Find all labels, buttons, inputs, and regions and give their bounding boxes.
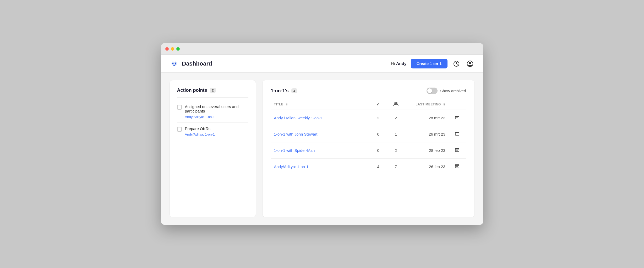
row-title-cell: Andy / Milan: weekly 1-on-1 [271, 110, 370, 126]
action-points-badge: 2 [210, 88, 216, 93]
row-checks: 2 [369, 110, 387, 126]
svg-point-4 [454, 62, 455, 62]
row-title-link[interactable]: 1-on-1 with John Stewart [274, 132, 318, 136]
user-avatar-icon [467, 61, 473, 67]
user-name: Andy [396, 61, 407, 66]
titlebar [161, 43, 483, 55]
row-last-meeting: 28 mrt 23 [405, 110, 448, 126]
action-item-link-2[interactable]: Andy/Aditya: 1-on-1 [185, 132, 215, 136]
col-last-meeting-label: LAST MEETING [416, 103, 441, 106]
table-row: Andy / Milan: weekly 1-on-1 2 2 28 mrt 2… [271, 110, 466, 126]
row-checks: 0 [369, 142, 387, 159]
one-on-ones-tbody: Andy / Milan: weekly 1-on-1 2 2 28 mrt 2… [271, 110, 466, 175]
row-title-link[interactable]: Andy / Milan: weekly 1-on-1 [274, 116, 322, 120]
show-archived-label: Show archived [440, 89, 466, 93]
app-window: Dashboard Hi Andy Create 1-on-1 [161, 43, 483, 225]
action-item-link-1[interactable]: Andy/Aditya: 1-on-1 [185, 115, 248, 119]
user-icon-button[interactable] [465, 59, 475, 68]
archive-icon[interactable] [455, 132, 460, 137]
action-item-text-1: Assigned on several users and participan… [185, 104, 248, 113]
svg-point-2 [175, 62, 176, 64]
row-title-link[interactable]: Andy/Aditya: 1-on-1 [274, 164, 309, 169]
one-on-ones-table: TITLE ⇅ ✓ [271, 99, 466, 175]
row-archive-cell [449, 142, 466, 159]
app-title: Dashboard [182, 60, 212, 67]
svg-point-11 [396, 102, 397, 104]
one-on-ones-header: 1-on-1's 4 Show archived [271, 88, 466, 94]
title-sort-icon: ⇅ [286, 103, 288, 106]
svg-point-6 [454, 65, 455, 66]
action-checkbox-2[interactable] [177, 127, 182, 132]
row-title-cell: 1-on-1 with Spider-Man [271, 142, 370, 159]
action-checkbox-1[interactable] [177, 105, 182, 110]
table-row: Andy/Aditya: 1-on-1 4 7 26 feb 23 [271, 159, 466, 175]
show-archived-control: Show archived [427, 88, 466, 94]
col-header-people [387, 99, 405, 110]
header: Dashboard Hi Andy Create 1-on-1 [161, 55, 483, 73]
row-people: 2 [387, 110, 405, 126]
meeting-sort-icon: ⇅ [443, 103, 445, 106]
checkmark-icon: ✓ [376, 102, 380, 106]
clock-icon [453, 61, 460, 67]
header-right: Hi Andy Create 1-on-1 [391, 59, 474, 68]
minimize-button[interactable] [171, 47, 174, 51]
row-people: 1 [387, 126, 405, 142]
one-on-ones-title: 1-on-1's [271, 88, 289, 94]
create-1on1-button[interactable]: Create 1-on-1 [411, 59, 447, 68]
action-points-panel: Action points 2 Assigned on several user… [170, 80, 256, 217]
row-last-meeting: 28 feb 23 [405, 142, 448, 159]
row-archive-cell [449, 110, 466, 126]
clock-icon-button[interactable] [452, 59, 461, 68]
action-points-title: Action points [177, 88, 207, 93]
col-header-check: ✓ [369, 99, 387, 110]
archive-icon[interactable] [455, 148, 460, 153]
col-header-title[interactable]: TITLE ⇅ [271, 99, 370, 110]
svg-point-7 [457, 65, 458, 66]
greeting-text: Hi Andy [391, 61, 407, 66]
close-button[interactable] [165, 47, 169, 51]
action-item-content: Prepare OKRs Andy/Aditya: 1-on-1 [185, 126, 215, 136]
row-checks: 0 [369, 126, 387, 142]
table-header-row: TITLE ⇅ ✓ [271, 99, 466, 110]
col-title-label: TITLE [274, 103, 283, 106]
row-checks: 4 [369, 159, 387, 175]
svg-point-5 [457, 62, 458, 62]
maximize-button[interactable] [176, 47, 180, 51]
table-row: 1-on-1 with Spider-Man 0 2 28 feb 23 [271, 142, 466, 159]
svg-point-10 [394, 102, 396, 104]
action-item: Prepare OKRs Andy/Aditya: 1-on-1 [177, 123, 248, 140]
row-title-cell: Andy/Aditya: 1-on-1 [271, 159, 370, 175]
action-item-content: Assigned on several users and participan… [185, 104, 248, 119]
col-header-last-meeting[interactable]: LAST MEETING ⇅ [405, 99, 448, 110]
row-archive-cell [449, 159, 466, 175]
header-divider [177, 97, 248, 98]
archive-icon[interactable] [455, 116, 460, 121]
row-last-meeting: 26 mrt 23 [405, 126, 448, 142]
row-people: 7 [387, 159, 405, 175]
archive-icon[interactable] [455, 164, 460, 170]
logo-icon [170, 59, 179, 68]
table-row: 1-on-1 with John Stewart 0 1 26 mrt 23 [271, 126, 466, 142]
svg-point-1 [172, 62, 173, 64]
action-points-header: Action points 2 [177, 88, 248, 93]
action-item-text-2: Prepare OKRs [185, 126, 215, 131]
row-last-meeting: 26 feb 23 [405, 159, 448, 175]
action-item: Assigned on several users and participan… [177, 101, 248, 123]
col-header-action [449, 99, 466, 110]
logo-area: Dashboard [170, 59, 391, 68]
one-on-ones-title-area: 1-on-1's 4 [271, 88, 298, 94]
one-on-ones-panel: 1-on-1's 4 Show archived TITLE ⇅ [262, 80, 475, 217]
row-people: 2 [387, 142, 405, 159]
people-icon [393, 102, 399, 107]
traffic-lights [165, 47, 180, 51]
row-archive-cell [449, 126, 466, 142]
row-title-link[interactable]: 1-on-1 with Spider-Man [274, 148, 315, 153]
action-item-row: Assigned on several users and participan… [177, 104, 248, 119]
show-archived-toggle[interactable] [427, 88, 438, 94]
action-item-row: Prepare OKRs Andy/Aditya: 1-on-1 [177, 126, 248, 136]
svg-point-9 [469, 62, 471, 64]
main-content: Action points 2 Assigned on several user… [161, 73, 483, 225]
row-title-cell: 1-on-1 with John Stewart [271, 126, 370, 142]
one-on-ones-badge: 4 [291, 88, 297, 93]
